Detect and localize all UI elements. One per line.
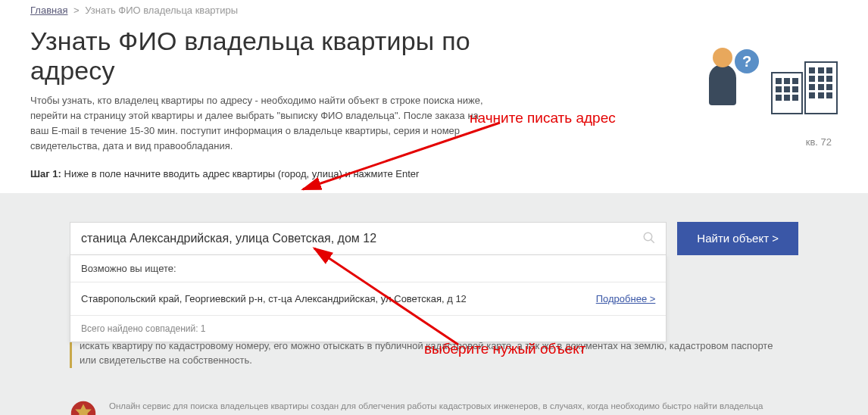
building-icon — [770, 58, 838, 114]
address-search-input[interactable] — [70, 222, 667, 255]
question-icon: ? — [735, 49, 759, 73]
intro-text: Чтобы узнать, кто владелец квартиры по а… — [30, 93, 485, 154]
search-icon — [642, 231, 656, 245]
breadcrumb-home[interactable]: Главная — [30, 5, 67, 16]
person-icon: ? — [709, 64, 736, 105]
footer-text: Онлайн сервис для поиска владельцев квар… — [109, 400, 798, 415]
dropdown-footer: Всего найдено совпадений: 1 — [70, 316, 666, 342]
emblem-icon — [70, 400, 97, 415]
dropdown-header: Возможно вы ищете: — [70, 255, 666, 282]
breadcrumb-current: Узнать ФИО владельца квартиры — [85, 5, 238, 16]
step-1-label: Шаг 1: — [30, 168, 61, 179]
apartment-label: кв. 72 — [806, 136, 832, 148]
find-object-button[interactable]: Найти объект > — [677, 222, 798, 255]
suggestion-item[interactable]: Ставропольский край, Георгиевский р-н, с… — [70, 282, 666, 316]
breadcrumb: Главная > Узнать ФИО владельца квартиры — [30, 0, 838, 20]
suggestion-text: Ставропольский край, Георгиевский р-н, с… — [81, 293, 467, 304]
svg-line-1 — [651, 239, 655, 243]
search-panel: Возможно вы ищете: Ставропольский край, … — [0, 193, 868, 415]
page-title: Узнать ФИО владельца квартиры по адресу — [30, 27, 560, 86]
breadcrumb-separator: > — [73, 5, 80, 16]
suggestion-more-link[interactable]: Подробнее > — [596, 293, 656, 304]
header-illustration: ? кв. 72 — [701, 43, 838, 134]
step-1-text: Шаг 1: Ниже в поле начните вводить адрес… — [30, 168, 560, 179]
suggestions-dropdown: Возможно вы ищете: Ставропольский край, … — [70, 254, 667, 342]
svg-point-0 — [645, 232, 653, 241]
